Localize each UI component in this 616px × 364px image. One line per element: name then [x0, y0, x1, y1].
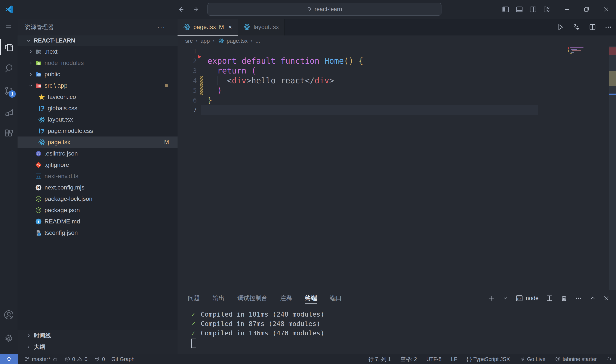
editor-tab-layout.tsx[interactable]: layout.tsx	[238, 19, 285, 36]
window-restore-button[interactable]	[577, 0, 596, 19]
panel-tab-端口[interactable]: 端口	[330, 290, 342, 307]
npm-icon: JS	[35, 206, 42, 214]
panel-more-actions-icon[interactable]	[575, 295, 582, 302]
sidebar-item-source-control[interactable]: 1	[0, 81, 17, 101]
code-line-6[interactable]: 6 }	[178, 95, 616, 105]
language-mode-item[interactable]: { } TypeScript JSX	[466, 356, 510, 362]
breadcrumb-item-...[interactable]: ...	[255, 38, 260, 44]
toggle-panel-icon[interactable]	[516, 6, 523, 13]
run-file-icon[interactable]	[557, 23, 564, 31]
cursor-position-item[interactable]: 行 7, 列 1	[368, 356, 391, 363]
encoding-item[interactable]: UTF-8	[426, 356, 441, 362]
terminal-dropdown-icon[interactable]	[503, 295, 508, 301]
toggle-sidebar-icon[interactable]	[502, 6, 509, 13]
toggle-secondary-sidebar-icon[interactable]	[529, 6, 537, 13]
editor-scrollbar[interactable]	[609, 46, 616, 290]
terminal-toolbar: C:\ node	[488, 290, 610, 307]
chevron-expanded-icon	[27, 83, 35, 88]
tree-item-.eslintrc.json[interactable]: .eslintrc.json	[17, 148, 178, 159]
git-graph-item[interactable]: Git Graph	[111, 356, 135, 362]
close-tab-icon[interactable]: ×	[228, 24, 232, 31]
split-terminal-icon[interactable]	[546, 295, 553, 302]
breadcrumb-item-src[interactable]: src	[185, 38, 193, 44]
tree-item-tsconfig.json[interactable]: TS tsconfig.json	[17, 227, 178, 238]
customize-layout-icon[interactable]	[543, 6, 550, 13]
tree-item-next-env.d.ts[interactable]: TS next-env.d.ts	[17, 170, 178, 182]
svg-text:TS: TS	[39, 233, 41, 235]
sidebar-more-actions-icon[interactable]: ···	[157, 24, 165, 31]
code-editor[interactable]: 1 2 export default function Home() { 3 r…	[178, 46, 616, 290]
maximize-panel-icon[interactable]	[589, 295, 596, 301]
ports-item[interactable]: 0	[94, 356, 105, 362]
svg-text:JS: JS	[37, 209, 40, 212]
panel-tab-调试控制台[interactable]: 调试控制台	[237, 290, 267, 307]
tree-item-page.tsx[interactable]: page.tsx M	[17, 136, 178, 148]
terminal-output[interactable]: ✓ Compiled in 181ms (248 modules) ✓ Comp…	[178, 310, 616, 354]
accounts-icon[interactable]	[0, 305, 17, 325]
menu-icon[interactable]	[0, 17, 17, 37]
panel-tab-终端[interactable]: 终端	[305, 290, 317, 307]
tree-item-package.json[interactable]: JS package.json	[17, 204, 178, 216]
code-line-1[interactable]: 1	[178, 46, 616, 56]
tree-item-favicon.ico[interactable]: favicon.ico	[17, 91, 178, 103]
open-changes-icon[interactable]	[572, 23, 580, 31]
panel-tab-问题[interactable]: 问题	[188, 290, 200, 307]
panel-tab-输出[interactable]: 输出	[213, 290, 225, 307]
code-line-5[interactable]: 5 )	[178, 85, 616, 95]
sidebar-item-extensions[interactable]	[0, 124, 17, 143]
chevron-right-icon	[26, 344, 34, 350]
indentation-item[interactable]: 空格: 2	[400, 356, 417, 363]
project-section-header[interactable]: REACT-LEARN	[17, 36, 178, 46]
tree-item-public[interactable]: public	[17, 69, 178, 80]
tree-item-package-lock.json[interactable]: JS package-lock.json	[17, 193, 178, 204]
tree-item-globals.css[interactable]: globals.css	[17, 103, 178, 114]
tabnine-item[interactable]: tabnine starter	[555, 356, 597, 362]
breadcrumb-separator: ›	[251, 38, 253, 44]
new-terminal-icon[interactable]	[488, 295, 495, 302]
editor-tab-page.tsx[interactable]: page.tsx M ×	[178, 19, 238, 36]
tree-item-layout.tsx[interactable]: layout.tsx	[17, 114, 178, 125]
window-close-button[interactable]	[596, 0, 616, 19]
panel-tab-注释[interactable]: 注释	[280, 290, 292, 307]
tree-item-page.module.css[interactable]: page.module.css	[17, 125, 178, 136]
more-actions-icon[interactable]	[604, 23, 612, 31]
git-branch-item[interactable]: master*	[24, 356, 58, 362]
tabnine-icon	[555, 356, 561, 362]
sidebar-item-search[interactable]	[0, 59, 17, 78]
tree-item-.gitignore[interactable]: .gitignore	[17, 159, 178, 170]
settings-gear-icon[interactable]	[0, 329, 17, 349]
nav-forward-button[interactable]	[192, 5, 201, 14]
activity-bar: 1	[0, 19, 17, 354]
command-center-search[interactable]: react-learn	[207, 3, 441, 16]
code-line-4[interactable]: 4 <div>hello react</div>	[178, 76, 616, 85]
sidebar-section-时间线[interactable]: 时间线	[17, 330, 178, 341]
sidebar-item-run-debug[interactable]	[0, 102, 17, 122]
language-mode: TypeScript JSX	[473, 356, 510, 362]
eol-item[interactable]: LF	[451, 356, 457, 362]
code-line-2[interactable]: 2 export default function Home() {	[178, 56, 616, 66]
kill-terminal-icon[interactable]	[560, 295, 568, 302]
folder-public-icon	[35, 70, 42, 78]
sidebar-section-大纲[interactable]: 大纲	[17, 341, 178, 352]
problems-item[interactable]: 0 0	[64, 356, 87, 362]
code-line-7[interactable]: 7	[178, 105, 616, 115]
tree-item-src-app[interactable]: src \ app	[17, 80, 178, 91]
split-editor-icon[interactable]	[589, 23, 596, 31]
sidebar-item-explorer[interactable]	[0, 37, 17, 57]
tree-item-README.md[interactable]: README.md	[17, 216, 178, 227]
code-line-3[interactable]: 3 return (	[178, 66, 616, 76]
tree-item-next.config.mjs[interactable]: N next.config.mjs	[17, 182, 178, 193]
tree-item-.next[interactable]: N .next	[17, 46, 178, 57]
folder-node-modules-icon	[35, 59, 42, 67]
close-panel-icon[interactable]	[603, 295, 610, 301]
remote-indicator[interactable]	[0, 354, 18, 364]
minimap[interactable]	[568, 47, 586, 55]
breadcrumb-item-app[interactable]: app	[200, 38, 210, 44]
breadcrumb-item-page.tsx[interactable]: page.tsx	[218, 37, 247, 44]
go-live-item[interactable]: Go Live	[519, 356, 546, 362]
nav-back-button[interactable]	[176, 5, 186, 14]
window-minimize-button[interactable]	[557, 0, 577, 19]
terminal-shell-item[interactable]: C:\ node	[516, 294, 539, 302]
notifications-item[interactable]	[606, 356, 612, 362]
tree-item-node-modules[interactable]: node_modules	[17, 57, 178, 69]
